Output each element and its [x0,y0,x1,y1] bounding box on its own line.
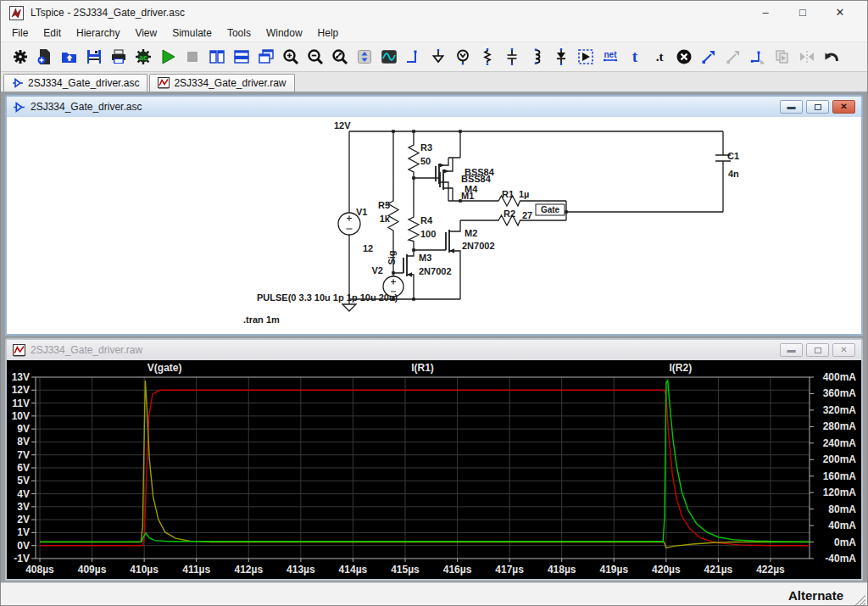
settings-button[interactable] [8,44,32,69]
inductor-icon [527,47,546,66]
legend-V(gate)[interactable]: V(gate) [147,362,182,374]
zoom-in-button[interactable] [278,44,303,69]
floppy-icon [85,47,103,66]
title-bar[interactable]: LTspice - 2SJ334_Gate_driver.asc – □ ✕ [1,1,867,25]
legend-I(R1)[interactable]: I(R1) [411,362,434,374]
maximize-icon[interactable]: □ [784,1,821,25]
v1-name: V1 [356,207,367,217]
undo-button[interactable] [819,44,843,69]
halt-button[interactable] [180,44,204,69]
sig-net-label: Sig [387,250,397,264]
waveform-plot[interactable]: 408µs409µs410µs411µs412µs413µs414µs415µs… [7,360,861,579]
capacitor-button[interactable] [499,44,524,69]
x-tick-label: 409µs [78,564,107,575]
menu-help[interactable]: Help [310,25,347,41]
label-net-button[interactable] [450,44,475,69]
waveform-icon [380,47,398,66]
x-tick-label: 416µs [443,564,472,575]
new-schematic-button[interactable] [32,44,57,69]
component-button[interactable] [573,44,598,69]
y-left-tick-label: 5V [17,475,30,486]
tile-vertical-button[interactable] [204,44,229,69]
r3-name: R3 [420,142,432,153]
ground-icon [429,47,448,66]
legend-I(R2)[interactable]: I(R2) [669,362,692,374]
schematic-close-icon[interactable]: ✕ [832,100,855,114]
waveform-window-titlebar[interactable]: 2SJ334_Gate_driver.raw ▬ ✕ [7,340,861,360]
waveform-close-icon[interactable]: ✕ [832,343,855,357]
draw-wire-button[interactable] [401,44,426,69]
waveform-restore-icon[interactable] [806,343,829,357]
schematic-restore-icon[interactable] [806,100,829,114]
y-left-tick-label: 3V [17,501,30,513]
spice-directive-button[interactable]: .t [647,44,671,69]
diode-button[interactable] [548,44,573,69]
run-button[interactable] [155,44,180,69]
schematic-window-titlebar[interactable]: 2SJ334_Gate_driver.asc ▬ ✕ [7,97,861,117]
status-bar: Alternate [1,582,867,606]
m1-name: M1 [461,191,474,201]
waveform-minimize-icon[interactable]: ▬ [780,343,803,357]
r1-value: 1µ [519,189,529,199]
cascade-button[interactable] [253,44,278,69]
minimize-icon[interactable]: – [747,1,784,25]
y-left-tick-label: 12V [12,384,30,396]
print-button[interactable] [106,44,131,69]
delete-button[interactable] [671,44,696,69]
copy-gray-icon [773,47,792,66]
y-left-tick-label: 13V [12,371,30,383]
open-button[interactable] [57,44,81,69]
y-right-tick-label: 360mA [823,387,857,399]
menu-hierarchy[interactable]: Hierarchy [69,25,127,41]
menu-view[interactable]: View [127,25,164,41]
diode-icon [552,47,570,66]
resistor-button[interactable] [475,44,499,69]
y-left-tick-label: 0V [17,540,30,552]
ground-button[interactable] [426,44,450,69]
menu-tools[interactable]: Tools [220,25,259,41]
menu-simulate[interactable]: Simulate [164,25,220,41]
x-tick-label: 415µs [391,564,420,575]
tab-schematic[interactable]: 2SJ334_Gate_driver.asc [3,74,147,92]
gate-net-label: Gate [541,205,560,214]
tab-waveform[interactable]: 2SJ334_Gate_driver.raw [149,74,294,92]
ground-symbol [342,304,356,311]
waveform-view-button[interactable] [376,44,401,69]
text-button[interactable]: t [622,44,647,69]
zoom-extents-icon [331,47,349,66]
tile-horizontal-button[interactable] [229,44,253,69]
net-name-button[interactable]: net [598,44,622,69]
inductor-button[interactable] [524,44,548,69]
trace-I(R2) [40,381,812,542]
menu-window[interactable]: Window [259,25,310,41]
m2-name: M2 [465,228,477,238]
resize-grip-icon[interactable] [854,593,865,605]
zoom-out-button[interactable] [303,44,327,69]
schematic-minimize-icon[interactable]: ▬ [780,100,803,114]
pan-button[interactable] [352,44,376,69]
m2-model: 2N7002 [462,241,495,251]
svg-text:t: t [632,47,637,65]
m4-arrow [440,164,444,168]
x-tick-label: 412µs [234,564,263,575]
run-icon [159,47,177,66]
toolbar: ac net t .t [1,42,867,72]
save-button[interactable] [81,44,106,69]
dot-ac-button[interactable]: ac [131,44,155,69]
window-title: LTspice - 2SJ334_Gate_driver.asc [31,7,185,19]
y-right-tick-label: 240mA [823,437,857,449]
waveform-window-title: 2SJ334_Gate_driver.raw [31,344,142,356]
stretch-button[interactable] [745,44,770,69]
y-left-tick-label: 10V [12,410,30,422]
menu-edit[interactable]: Edit [36,25,69,41]
zoom-extents-button[interactable] [327,44,352,69]
find-button[interactable] [696,44,721,69]
rail-label: 12V [334,120,351,131]
y-left-tick-label: 4V [17,488,30,500]
close-icon[interactable]: ✕ [821,1,859,25]
y-right-tick-label: 280mA [823,420,857,432]
x-tick-label: 414µs [339,564,368,575]
menu-file[interactable]: File [4,25,36,41]
schematic-canvas[interactable]: 12V V1 12 R5 1k V2 Sig R3 50 R4 100 M3 2… [7,117,861,334]
wire-icon [404,47,423,66]
